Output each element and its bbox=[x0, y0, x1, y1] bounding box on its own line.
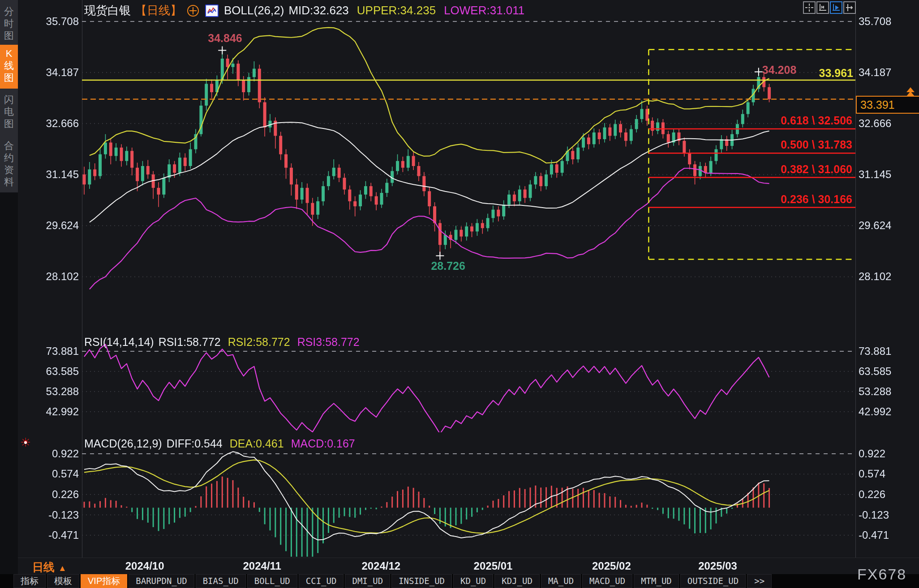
price-axis-tick: 29.624 bbox=[859, 219, 891, 232]
boll-label: BOLL(26,2) bbox=[224, 4, 284, 17]
rsi3-value: RSI3:58.772 bbox=[297, 336, 360, 349]
price-axis-tick: 31.145 bbox=[18, 168, 79, 181]
price-axis-tick: 35.708 bbox=[18, 15, 79, 28]
date-label: 2024/12 bbox=[361, 560, 400, 572]
tab-boll_ud[interactable]: BOLL_UD bbox=[247, 574, 297, 588]
price-axis-tick: 29.624 bbox=[18, 219, 79, 232]
tab-[interactable]: 模板 bbox=[47, 574, 79, 588]
macd-hist-value: MACD:0.167 bbox=[291, 437, 355, 450]
sidebar-item-kline[interactable]: K线图 bbox=[0, 45, 18, 89]
macd-axis-tick: 0.574 bbox=[859, 468, 885, 480]
rsi-axis-tick: 63.585 bbox=[18, 365, 79, 378]
price-axis-tick: 32.666 bbox=[859, 117, 891, 130]
tabbar-spacer bbox=[0, 574, 12, 588]
price-up-arrow-icon bbox=[906, 91, 915, 96]
chart-toolbar bbox=[802, 1, 856, 14]
tab-bias_ud[interactable]: BIAS_UD bbox=[196, 574, 246, 588]
sidebar-item-label: 分时图 bbox=[4, 5, 14, 42]
boll-lower-value: LOWER:31.011 bbox=[444, 4, 524, 17]
time-axis: 日线▲ 2024/102024/112024/122025/012025/022… bbox=[18, 558, 919, 574]
price-axis-tick: 28.102 bbox=[859, 270, 891, 283]
boll-mid-value: MID:32.623 bbox=[288, 4, 348, 17]
chart-window: 分时图K线图闪电图合约资料 现货白银 【日线】 BOLL(26,2) MID:3… bbox=[0, 0, 919, 588]
macd-diff-value: DIFF:0.544 bbox=[167, 437, 223, 450]
tab-outside_ud[interactable]: OUTSIDE_UD bbox=[680, 574, 746, 588]
tab-vip[interactable]: VIP指标 bbox=[81, 574, 127, 588]
current-price-tag: 33.391 bbox=[856, 96, 919, 114]
date-label: 2025/02 bbox=[592, 560, 631, 572]
price-axis-tick: 34.187 bbox=[859, 66, 891, 79]
period-selector-label: 日线 bbox=[32, 561, 55, 573]
tab-cci_ud[interactable]: CCI_UD bbox=[299, 574, 344, 588]
macd-axis-tick: 0.922 bbox=[859, 447, 885, 460]
tab-mtm_ud[interactable]: MTM_UD bbox=[634, 574, 679, 588]
toolbar-axis-zoom-icon[interactable] bbox=[816, 1, 829, 14]
toolbar-auto-scroll-icon[interactable] bbox=[830, 1, 842, 14]
macd-axis-tick: -0.123 bbox=[859, 509, 889, 521]
rsi-axis-tick: 53.288 bbox=[18, 385, 79, 398]
macd-axis-tick: 0.226 bbox=[18, 488, 79, 501]
sidebar-item-label: 合约资料 bbox=[4, 140, 14, 188]
sidebar-item-lightning[interactable]: 闪电图 bbox=[0, 91, 18, 135]
period-label: 【日线】 bbox=[135, 3, 182, 18]
tab-ma_ud[interactable]: MA_UD bbox=[541, 574, 581, 588]
rsi-axis-tick: 73.881 bbox=[859, 345, 891, 358]
tab-kdj_ud[interactable]: KDJ_UD bbox=[494, 574, 540, 588]
high-price-annotation: 34.846 bbox=[208, 32, 242, 45]
tab-dmi_ud[interactable]: DMI_UD bbox=[345, 574, 390, 588]
tab-inside_ud[interactable]: INSIDE_UD bbox=[391, 574, 452, 588]
price-axis-tick: 34.187 bbox=[18, 66, 79, 79]
tab-barupdn_ud[interactable]: BARUPDN_UD bbox=[129, 574, 194, 588]
price-axis-tick: 35.708 bbox=[859, 15, 891, 28]
macd-axis-tick: 0.922 bbox=[18, 447, 79, 460]
date-label: 2025/03 bbox=[698, 560, 737, 572]
macd-axis-tick: 0.226 bbox=[859, 488, 885, 501]
price-axis-tick: 28.102 bbox=[18, 270, 79, 283]
sidebar-item-time-share[interactable]: 分时图 bbox=[0, 3, 18, 45]
macd-title: MACD(26,12,9) bbox=[84, 437, 162, 450]
sidebar-item-contract-info[interactable]: 合约资料 bbox=[0, 137, 18, 194]
tab-kd_ud[interactable]: KD_UD bbox=[453, 574, 493, 588]
toolbar-measure-icon[interactable] bbox=[843, 1, 856, 14]
macd-axis-tick: -0.471 bbox=[18, 529, 79, 541]
tab-[interactable]: 指标 bbox=[13, 574, 46, 588]
date-label: 2024/11 bbox=[243, 560, 281, 572]
date-label: 2025/01 bbox=[474, 560, 513, 572]
price-axis-tick: 31.145 bbox=[859, 168, 891, 181]
macd-dea-value: DEA:0.461 bbox=[230, 437, 284, 450]
boll-upper-value: UPPER:34.235 bbox=[357, 4, 436, 17]
fib-level-label: 0.500 \ 31.783 bbox=[781, 138, 852, 151]
crosshair-icon[interactable] bbox=[187, 5, 199, 17]
fib-level-label: 0.618 \ 32.506 bbox=[781, 114, 852, 127]
tab-[interactable]: >> bbox=[747, 574, 772, 588]
rsi-axis-tick: 42.992 bbox=[859, 405, 891, 418]
chart-canvas[interactable] bbox=[0, 0, 919, 588]
sidebar-item-label: 闪电图 bbox=[4, 94, 14, 130]
macd-header: MACD(26,12,9) DIFF:0.544 DEA:0.461 MACD:… bbox=[84, 437, 355, 450]
rsi-axis-tick: 73.881 bbox=[18, 345, 79, 358]
symbol-title: 现货白银 bbox=[84, 3, 131, 18]
ref-price-label: 33.961 bbox=[819, 67, 853, 80]
rsi-axis-tick: 53.288 bbox=[859, 385, 891, 398]
sidebar: 分时图K线图闪电图合约资料 bbox=[0, 0, 18, 588]
chart-header: 现货白银 【日线】 BOLL(26,2) MID:32.623 UPPER:34… bbox=[84, 3, 524, 18]
date-label: 2024/10 bbox=[125, 560, 164, 572]
low-price-annotation: 28.726 bbox=[431, 260, 465, 273]
rsi-axis-tick: 63.585 bbox=[859, 365, 891, 378]
price-axis-tick: 32.666 bbox=[18, 117, 79, 130]
period-selector[interactable]: 日线▲ bbox=[32, 560, 67, 575]
rsi-axis-tick: 42.992 bbox=[18, 405, 79, 418]
rsi-title: RSI(14,14,14) bbox=[84, 336, 154, 349]
fib-level-label: 0.236 \ 30.166 bbox=[781, 193, 852, 206]
watermark: FX678 bbox=[857, 566, 906, 583]
hot-indicator-icon[interactable]: ☀ bbox=[19, 436, 32, 449]
toolbar-pan-crosshair-icon[interactable] bbox=[803, 1, 816, 14]
tab-macd_ud[interactable]: MACD_UD bbox=[582, 574, 632, 588]
macd-axis-tick: 0.574 bbox=[18, 468, 79, 480]
rsi2-value: RSI2:58.772 bbox=[228, 336, 290, 349]
high-price-annotation: 34.208 bbox=[762, 64, 796, 77]
triangle-up-icon: ▲ bbox=[58, 563, 67, 573]
indicator-chart-icon[interactable] bbox=[205, 4, 219, 17]
macd-axis-tick: -0.471 bbox=[859, 529, 889, 541]
rsi1-value: RSI1:58.772 bbox=[159, 336, 221, 349]
